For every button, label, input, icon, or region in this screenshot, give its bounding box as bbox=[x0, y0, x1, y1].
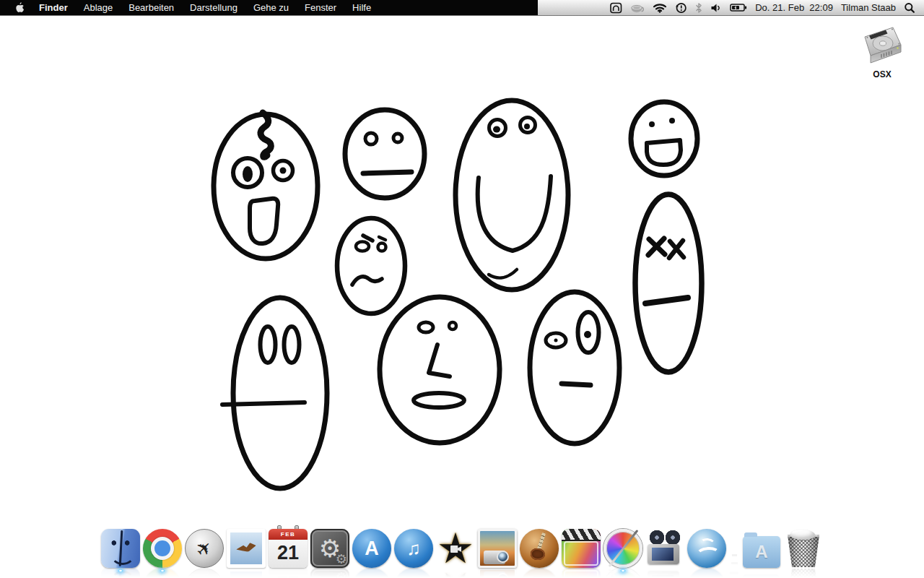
imovie-reflection bbox=[436, 568, 475, 578]
wifi-icon[interactable] bbox=[653, 2, 667, 13]
dock-icon-openoffice[interactable] bbox=[686, 529, 728, 578]
dock-icon-garageband[interactable] bbox=[518, 529, 560, 578]
dock-icon-final-cut-pro[interactable] bbox=[560, 529, 602, 578]
face-skeptical bbox=[530, 292, 619, 444]
menu-darstellung[interactable]: Darstellung bbox=[182, 2, 245, 13]
volume-icon[interactable] bbox=[710, 3, 722, 13]
iphoto-icon bbox=[478, 568, 517, 578]
dock-icon-chrome[interactable] bbox=[141, 529, 183, 578]
movie-camera-icon bbox=[645, 568, 684, 578]
face-laughing bbox=[631, 102, 697, 176]
applications-folder-icon: A bbox=[743, 536, 780, 568]
desktop-drive-osx[interactable]: OSX bbox=[859, 22, 905, 79]
system-preferences-icon bbox=[310, 529, 349, 568]
menu-bar-app-section: FinderAblageBearbeitenDarstellungGehe zu… bbox=[0, 0, 538, 15]
trash-full-icon bbox=[784, 568, 823, 578]
calendar-icon: FEB21 bbox=[269, 568, 308, 578]
dock-icon-applications-folder[interactable]: AA bbox=[741, 529, 783, 578]
face-dead bbox=[635, 194, 702, 372]
itunes-reflection bbox=[394, 568, 433, 578]
dock-icon-calendar[interactable]: FEB21FEB21 bbox=[267, 529, 309, 578]
dock-icon-trash-full[interactable] bbox=[783, 529, 824, 578]
imovie-icon bbox=[436, 568, 475, 578]
iphoto-reflection bbox=[478, 568, 517, 578]
battery-icon[interactable] bbox=[730, 3, 747, 12]
app-store-reflection: A bbox=[352, 568, 391, 578]
applications-folder-letter: A bbox=[755, 542, 767, 562]
apple-menu-icon[interactable] bbox=[14, 1, 25, 14]
running-indicator bbox=[619, 569, 627, 573]
spotlight-search-icon[interactable] bbox=[904, 2, 915, 14]
launchpad-icon bbox=[185, 529, 224, 568]
launchpad-icon bbox=[185, 568, 224, 578]
garageband-icon bbox=[520, 529, 559, 568]
openoffice-icon bbox=[687, 568, 726, 578]
final-cut-pro-reflection bbox=[562, 568, 601, 578]
face-stoic bbox=[380, 297, 500, 443]
calendar-icon: FEB21 bbox=[269, 529, 308, 568]
face-shocked bbox=[214, 113, 318, 259]
garageband-reflection bbox=[520, 568, 559, 578]
dock-icon-app-store[interactable]: AA bbox=[351, 529, 393, 578]
desktop: FinderAblageBearbeitenDarstellungGehe zu… bbox=[0, 0, 924, 578]
dock-icon-finder[interactable] bbox=[100, 529, 141, 578]
menu-hilfe[interactable]: Hilfe bbox=[344, 2, 379, 13]
dock-icon-movie-camera[interactable] bbox=[644, 529, 686, 578]
dock-icon-iphoto[interactable] bbox=[476, 529, 518, 578]
app-store-icon: A bbox=[352, 568, 391, 578]
face-big-smile bbox=[456, 100, 568, 290]
menu-fenster[interactable]: Fenster bbox=[297, 2, 344, 13]
system-preferences-reflection bbox=[310, 568, 349, 578]
dock-icon-motion[interactable] bbox=[602, 529, 644, 578]
dock-items-row: FEB21FEB21AAAA bbox=[100, 529, 824, 578]
hard-drive-icon bbox=[860, 22, 905, 65]
trash-full-reflection bbox=[784, 568, 823, 578]
menu-ablage[interactable]: Ablage bbox=[76, 2, 121, 13]
motion-icon bbox=[603, 529, 642, 568]
app-menus: FinderAblageBearbeitenDarstellungGehe zu… bbox=[31, 0, 379, 15]
drive-label: OSX bbox=[859, 69, 905, 79]
mail-icon bbox=[227, 529, 266, 568]
dock-icon-itunes[interactable] bbox=[393, 529, 435, 578]
trash-full-icon bbox=[784, 529, 823, 568]
itunes-icon bbox=[394, 568, 433, 578]
chrome-icon bbox=[143, 529, 182, 568]
imovie-icon bbox=[436, 529, 475, 568]
time-machine-icon[interactable] bbox=[675, 1, 687, 14]
app-store-letter: A bbox=[365, 538, 379, 560]
caffeine-cup-icon[interactable] bbox=[630, 3, 645, 13]
calendar-day-label: 21 bbox=[277, 542, 299, 564]
bluetooth-icon[interactable] bbox=[695, 2, 702, 14]
movie-camera-reflection bbox=[645, 568, 684, 578]
calendar-month-label: FEB bbox=[269, 529, 308, 540]
menu-gehe-zu[interactable]: Gehe zu bbox=[245, 2, 297, 13]
calendar-day-label: 21 bbox=[277, 571, 299, 578]
dock-icon-mail[interactable] bbox=[225, 529, 267, 578]
dock-icon-imovie[interactable] bbox=[435, 529, 476, 578]
dock-icon-launchpad[interactable] bbox=[183, 529, 225, 578]
wallpaper-faces-drawing bbox=[0, 0, 924, 578]
menu-bearbeiten[interactable]: Bearbeiten bbox=[121, 2, 182, 13]
mail-reflection bbox=[227, 568, 266, 578]
itunes-icon bbox=[394, 529, 433, 568]
tunnel-icon[interactable] bbox=[610, 2, 622, 14]
face-surprised-tall bbox=[222, 298, 327, 488]
face-neutral bbox=[345, 110, 424, 198]
applications-folder-icon: A bbox=[742, 575, 780, 578]
menu-clock[interactable]: Do. 21. Feb 22:09 bbox=[755, 2, 833, 13]
movie-camera-icon bbox=[645, 529, 684, 568]
openoffice-reflection bbox=[687, 568, 726, 578]
dock: FEB21FEB21AAAA bbox=[0, 520, 924, 578]
garageband-icon bbox=[520, 568, 559, 578]
app-store-icon: A bbox=[352, 529, 391, 568]
system-preferences-icon bbox=[310, 568, 349, 578]
dock-icon-system-preferences[interactable] bbox=[309, 529, 351, 578]
mail-icon bbox=[227, 568, 266, 578]
applications-folder-reflection: A bbox=[742, 568, 781, 578]
menu-user-name[interactable]: Tilman Staab bbox=[841, 2, 896, 13]
menu-bar-status-area: Do. 21. Feb 22:09 Tilman Staab bbox=[610, 0, 924, 15]
calendar-reflection: FEB21 bbox=[269, 568, 308, 578]
finder-icon bbox=[101, 529, 140, 568]
dock-separator bbox=[728, 540, 741, 578]
menu-finder[interactable]: Finder bbox=[31, 2, 76, 13]
